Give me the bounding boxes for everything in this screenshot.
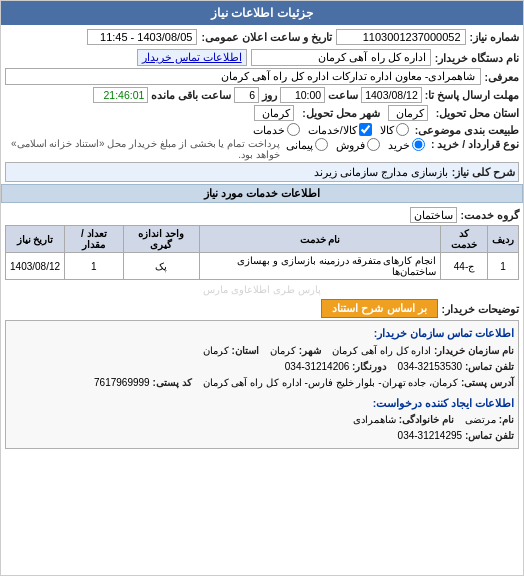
sharh-value: بازسازی مدارج سازمانی زیرند [314,166,448,178]
cell-tedad: 1 [65,253,123,280]
kala-khadamat-label: کالا/خدمات [308,124,357,136]
cell-radif: 1 [488,253,519,280]
touzih-btn[interactable]: بر اساس شرح استناد [321,299,437,318]
saat-label: ساعت [328,89,358,101]
cell-name: انجام کارهای متفرقه درزمینه بازسازی و به… [200,253,441,280]
bn-shahr-label: شهر: [299,345,321,356]
peymani-option[interactable]: پیمانی [286,138,328,151]
col-tedad: تعداد / مقدار [65,226,123,253]
date-field: 1403/08/12 [361,87,422,103]
bn-address-label: آدرس پستی: [461,377,514,388]
rooz-label: روز [262,89,277,101]
bn-tel1-value: 32153530-034 [398,361,463,372]
bn-tel3-value: 31214295-034 [398,430,463,441]
ostaan-value: کرمان [388,105,428,121]
sharh-section: شرح کلی نیاز: بازسازی مدارج سازمانی زیرن… [5,162,519,182]
noue-note: پرداخت تمام یا بخشی از مبلغ خریدار محل «… [5,138,280,160]
forush-label: فروش [336,139,365,151]
bn-address-value: کرمان، جاده تهران- بلوار خلیج فارس- ادار… [203,377,458,388]
services-table-container: ردیف کد خدمت نام خدمت واحد اندازه گیری ت… [5,225,519,280]
khadamat-label: خدمات [253,124,285,136]
bn-name-label: نام سازمان خریدار: [434,345,514,356]
cell-tarikh: 1403/08/12 [6,253,65,280]
date-row: مهلت ارسال پاسخ تا: 1403/08/12 ساعت 10:0… [5,87,519,103]
tabiat-radio-group: کالا کالا/خدمات خدمات [253,123,409,136]
baqi-value: 21:46:01 [93,87,148,103]
bottom-title1: اطلاعات تماس سازمان خریدار: [10,325,514,342]
noue-radio-group: خرید فروش پیمانی [286,138,425,151]
bn-shahr-value: کرمان [270,345,296,356]
mohlat-label: مهلت ارسال پاسخ تا: [425,89,519,101]
date-label: تاریخ و ساعت اعلان عمومی: [201,31,331,43]
rooz-value: 6 [234,87,259,103]
kala-khadamat-checkbox[interactable] [359,123,372,136]
col-tarikh: تاریخ نیاز [6,226,65,253]
bn-ostaan-label: استان: [231,345,258,356]
khadamat-option[interactable]: خدمات [253,123,300,136]
watermark-text: پارس طری اطلاعاوی مارس [203,284,320,295]
darkhast-value: اداره کل راه آهی کرمان [251,49,431,66]
col-name: نام خدمت [200,226,441,253]
bn-codposti-label: کد پستی: [152,377,191,388]
bn-namekh-value: شاهمرادی [353,414,396,425]
ostaan-label: استان محل تحویل: [436,107,519,119]
bn-tel3-label: تلفن تماس: [465,430,514,441]
noue-label: نوع قرارداد / خرید : [431,138,519,150]
khadamat-section-title: اطلاعات خدمات مورد نیاز [1,184,523,203]
watermark-area: پارس طری اطلاعاوی مارس [1,282,523,297]
peymani-label: پیمانی [286,139,313,151]
bn-tel2-value: 31214206-034 [285,361,350,372]
col-unit: واحد اندازه گیری [123,226,199,253]
forush-option[interactable]: فروش [336,138,380,151]
bottom-info: اطلاعات تماس سازمان خریدار: نام سازمان خ… [5,320,519,449]
bn-name-value: اداره کل راه آهی کرمان [332,345,431,356]
touzih-label: توضیحات خریدار: [442,303,519,315]
kala-label: کالا [380,124,394,136]
bn-ostaan-value: کرمان [203,345,229,356]
group-value: ساختمان [410,207,457,223]
kala-option[interactable]: کالا [380,123,409,136]
kala-khadamat-option[interactable]: کالا/خدمات [308,123,372,136]
moarref-value: شاهمرادی- معاون اداره تدارکات اداره کل ر… [5,68,481,85]
group-label: گروه خدمت: [461,209,519,221]
kala-radio[interactable] [396,123,409,136]
shenare-niyaz-label: شماره نیاز: [470,31,519,43]
baqi-label: ساعت باقی مانده [151,89,231,101]
moarref-label: معرفی: [485,71,520,83]
page-title: جزئیات اطلاعات نیاز [211,6,313,20]
cell-code: ج-44 [441,253,488,280]
bn-naame-value: مرتضی [465,414,496,425]
darkhast-label: نام دستگاه خریدار: [435,52,519,64]
col-radif: ردیف [488,226,519,253]
bn-tel1-label: تلفن تماس: [465,361,514,372]
services-table: ردیف کد خدمت نام خدمت واحد اندازه گیری ت… [5,225,519,280]
page-wrapper: جزئیات اطلاعات نیاز شماره نیاز: 11030012… [0,0,524,576]
kharid-option[interactable]: خرید [388,138,425,151]
bn-namekh-label: نام خانوادگی: [399,414,454,425]
bn-codposti-value: 7617969999 [94,377,150,388]
bn-tel2-label: دورنگار: [352,361,386,372]
bottom-title2: اطلاعات ایجاد کننده درخواست: [10,395,514,412]
page-header: جزئیات اطلاعات نیاز [1,1,523,25]
tabiat-label: طبیعت بندی موضوعی: [415,124,519,136]
table-row: 1 ج-44 انجام کارهای متفرقه درزمینه بازسا… [6,253,519,280]
saat-value: 10:00 [280,87,325,103]
bn-naame-label: نام: [499,414,514,425]
kharid-radio[interactable] [412,138,425,151]
forush-radio[interactable] [367,138,380,151]
ertebat-link[interactable]: اطلاعات تماس خریدار [137,49,247,66]
shahr-label: شهر محل تحویل: [302,107,379,119]
peymani-radio[interactable] [315,138,328,151]
sharh-label: شرح کلی نیاز: [452,166,515,178]
date-value: 1403/08/05 - 11:45 [87,29,197,45]
cell-unit: پک [123,253,199,280]
col-code: کد خدمت [441,226,488,253]
shahr-value: کرمان [254,105,294,121]
khadamat-radio[interactable] [287,123,300,136]
shenare-niyaz-value: 1103001237000052 [336,29,466,45]
kharid-label: خرید [388,139,410,151]
